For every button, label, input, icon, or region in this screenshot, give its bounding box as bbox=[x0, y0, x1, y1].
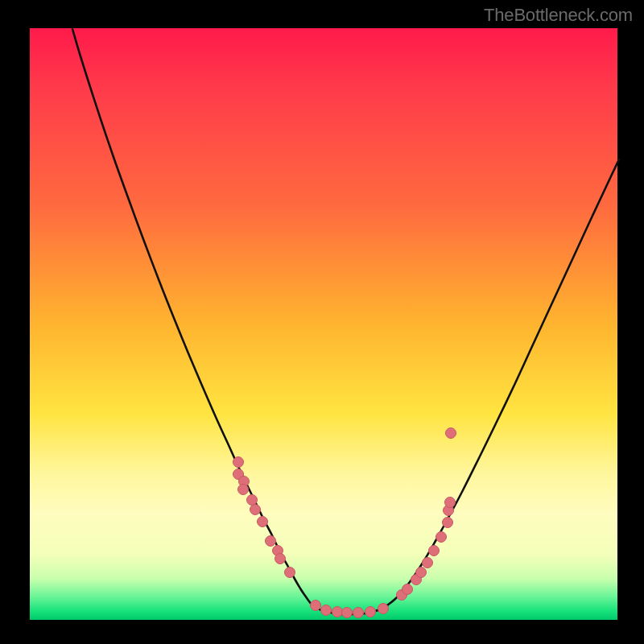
data-point bbox=[416, 568, 427, 578]
chart-svg bbox=[0, 0, 644, 644]
chart-stage: TheBottleneck.com bbox=[0, 0, 644, 644]
curve-left-arm bbox=[72, 29, 312, 605]
data-point bbox=[353, 608, 364, 618]
data-point bbox=[266, 536, 276, 547]
data-point bbox=[436, 532, 447, 543]
data-point bbox=[233, 457, 244, 468]
data-point bbox=[445, 497, 456, 508]
data-point bbox=[402, 584, 413, 595]
data-point bbox=[247, 495, 258, 506]
data-point bbox=[332, 607, 343, 617]
data-point bbox=[250, 505, 261, 515]
data-point bbox=[275, 554, 286, 564]
data-point bbox=[423, 558, 433, 568]
data-point bbox=[321, 605, 332, 616]
data-point bbox=[443, 518, 453, 528]
curve-right-arm bbox=[387, 159, 619, 605]
data-point bbox=[378, 604, 389, 614]
data-point bbox=[258, 517, 268, 527]
attribution-text: TheBottleneck.com bbox=[484, 5, 633, 26]
data-point bbox=[429, 546, 440, 556]
data-point bbox=[446, 428, 456, 439]
data-point bbox=[365, 607, 376, 617]
data-point bbox=[311, 601, 321, 611]
data-point bbox=[285, 568, 295, 578]
data-point bbox=[342, 608, 353, 618]
data-point bbox=[238, 485, 249, 495]
